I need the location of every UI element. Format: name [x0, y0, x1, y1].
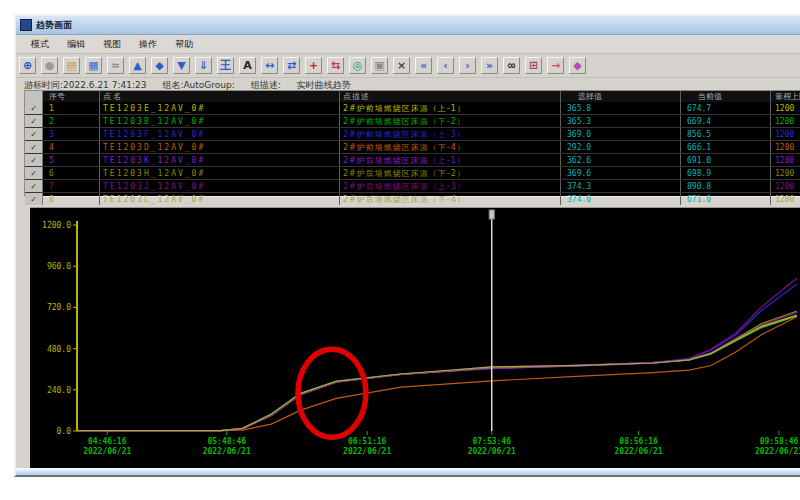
row-checkbox[interactable]: ✓	[25, 141, 43, 153]
cell-point-name: TE1203D_12AV_0#	[100, 141, 340, 153]
x-tick-time-label: 04:46:16	[88, 437, 127, 446]
menu-item-3[interactable]: 视图	[94, 36, 130, 53]
menubar: 模式编辑视图操作帮助	[16, 35, 800, 54]
cell-selected-value: 362.6	[561, 154, 681, 166]
cell-seq: 5	[43, 154, 100, 166]
add-cursor-icon[interactable]: +	[305, 57, 322, 74]
x-tick-date-label: 2022/06/21	[343, 447, 391, 456]
prev-page-icon[interactable]: ‹	[437, 57, 454, 74]
table-header-row: 序号 点名 点描述 选择值 当前值 量程上限	[25, 91, 800, 102]
x-tick-time-label: 05:48:46	[207, 437, 246, 446]
table-row[interactable]: ✓2TE1203B_12AV_0#2#炉前墙燃烧区床温（下-2）365.3669…	[25, 114, 800, 127]
cell-seq: 7	[43, 180, 100, 192]
cell-point-name: TE1203B_12AV_0#	[100, 115, 340, 127]
menu-item-5[interactable]: 帮助	[166, 36, 202, 53]
table-row[interactable]: ✓8TE1203L_12AV_0#2#炉后墙燃烧区床温（下-4）374.0671…	[25, 192, 800, 205]
expand-time-icon[interactable]: ↔	[261, 57, 278, 74]
row-checkbox[interactable]: ✓	[25, 167, 43, 179]
row-checkbox[interactable]: ✓	[25, 154, 43, 166]
restore-icon[interactable]: ◆	[151, 57, 168, 74]
cell-range: 1200	[771, 141, 800, 153]
next-page-icon[interactable]: ›	[459, 57, 476, 74]
cell-selected-value: 365.8	[561, 102, 681, 114]
first-page-icon[interactable]: «	[415, 57, 432, 74]
header-check	[25, 91, 43, 102]
table-row[interactable]: ✓1TE1203E_12AV_0#2#炉前墙燃烧区床温（上-1）365.8674…	[25, 102, 800, 114]
shrink-time-icon[interactable]: ⇄	[283, 57, 300, 74]
trend-curve	[77, 317, 797, 431]
cell-current-value: 698.9	[681, 167, 771, 179]
y-tick-label: 240.0	[47, 386, 71, 395]
table-row[interactable]: ✓6TE1203H_12AV_0#2#炉后墙燃烧区床温（下-2）369.6698…	[25, 166, 800, 179]
cell-selected-value: 374.0	[561, 193, 681, 205]
binoculars-icon[interactable]: ∞	[503, 57, 520, 74]
last-page-icon[interactable]: »	[481, 57, 498, 74]
compress-y-icon[interactable]: ⇓	[195, 57, 212, 74]
cell-current-value: 671.0	[681, 193, 771, 205]
zoom-in-y-icon[interactable]: ▲	[129, 57, 146, 74]
header-desc: 点描述	[340, 91, 561, 102]
x-tick-date-label: 2022/06/21	[755, 447, 800, 456]
x-tick-time-label: 07:53:46	[472, 437, 511, 446]
trend-chart: 1200.0960.0720.0480.0240.00.004:46:16202…	[30, 208, 800, 468]
header-name: 点名	[100, 91, 340, 102]
zoom-out-y-icon[interactable]: ▼	[173, 57, 190, 74]
menu-item-4[interactable]: 操作	[130, 36, 166, 53]
table-row[interactable]: ✓5TE1203K_12AV_0#2#炉后墙燃烧区床温（上-1）362.6691…	[25, 153, 800, 166]
print-icon[interactable]: ▣	[371, 57, 388, 74]
cut-icon[interactable]: ×	[393, 57, 410, 74]
open-icon[interactable]: ▤	[63, 57, 80, 74]
table-row[interactable]: ✓4TE1203D_12AV_0#2#炉前墙燃烧区床温（下-4）292.0666…	[25, 140, 800, 153]
menu-item-1[interactable]: 模式	[22, 36, 58, 53]
header-current-value: 当前值	[681, 91, 771, 102]
search-icon[interactable]: ◎	[349, 57, 366, 74]
trend-curve	[77, 284, 797, 431]
connect-icon[interactable]: ⊕	[19, 57, 36, 74]
cell-point-name: TE1203E_12AV_0#	[100, 102, 340, 114]
cell-range: 1200	[771, 154, 800, 166]
x-tick-date-label: 2022/06/21	[468, 447, 516, 456]
titlebar[interactable]: 趋势画面	[16, 16, 800, 35]
cell-selected-value: 292.0	[561, 141, 681, 153]
table-row[interactable]: ✓7TE1203J_12AV_0#2#炉后墙燃烧区床温（上-3）374.3890…	[25, 179, 800, 192]
x-tick-time-label: 09:58:46	[760, 437, 799, 446]
cell-point-desc: 2#炉后墙燃烧区床温（下-2）	[340, 167, 561, 179]
cell-range: 1200	[771, 167, 800, 179]
cell-range: 1200	[771, 193, 800, 205]
cell-current-value: 669.4	[681, 115, 771, 127]
app-icon	[20, 19, 32, 31]
trend-mode-icon[interactable]: ≈	[107, 57, 124, 74]
cell-selected-value: 365.3	[561, 115, 681, 127]
cell-current-value: 691.0	[681, 154, 771, 166]
cell-point-desc: 2#炉后墙燃烧区床温（下-4）	[340, 193, 561, 205]
cell-point-name: TE1203K_12AV_0#	[100, 154, 340, 166]
dual-cursor-icon[interactable]: ⇆	[327, 57, 344, 74]
label-icon[interactable]: A	[239, 57, 256, 74]
color-print-icon[interactable]: ◆	[569, 57, 586, 74]
y-tick-label: 0.0	[57, 427, 72, 436]
cell-range: 1200	[771, 115, 800, 127]
cell-point-name: TE1203F_12AV_0#	[100, 128, 340, 140]
grid-icon[interactable]: 王	[217, 57, 234, 74]
save-icon[interactable]: ▦	[85, 57, 102, 74]
cell-point-desc: 2#炉前墙燃烧区床温（下-4）	[340, 141, 561, 153]
x-tick-date-label: 2022/06/21	[83, 447, 131, 456]
cursor-grip[interactable]	[489, 210, 494, 219]
row-checkbox[interactable]: ✓	[25, 128, 43, 140]
row-checkbox[interactable]: ✓	[25, 180, 43, 192]
row-checkbox[interactable]: ✓	[25, 102, 43, 114]
row-checkbox[interactable]: ✓	[25, 115, 43, 127]
cell-current-value: 890.8	[681, 180, 771, 192]
export-icon[interactable]: ⊞	[525, 57, 542, 74]
cell-current-value: 666.1	[681, 141, 771, 153]
cell-selected-value: 369.0	[561, 128, 681, 140]
menu-item-2[interactable]: 编辑	[58, 36, 94, 53]
row-checkbox[interactable]: ✓	[25, 193, 43, 205]
cell-point-desc: 2#炉前墙燃烧区床温（上-1）	[340, 102, 561, 114]
goto-icon[interactable]: →	[547, 57, 564, 74]
trend-curve	[77, 315, 797, 431]
pause-icon[interactable]: ●	[41, 57, 58, 74]
cell-point-name: TE1203H_12AV_0#	[100, 167, 340, 179]
cell-selected-value: 374.3	[561, 180, 681, 192]
table-row[interactable]: ✓3TE1203F_12AV_0#2#炉前墙燃烧区床温（上-3）369.0856…	[25, 127, 800, 140]
